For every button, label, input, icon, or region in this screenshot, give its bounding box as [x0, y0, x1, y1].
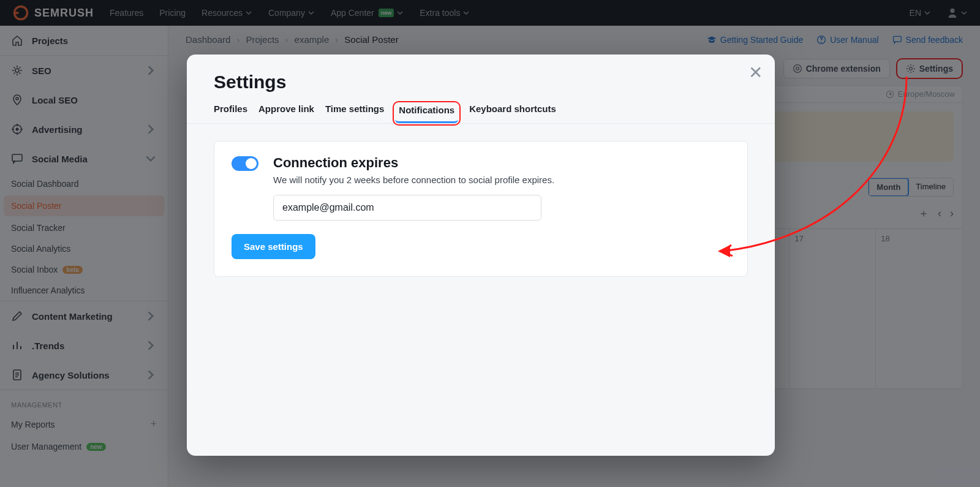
- tab-keyboard-shortcuts[interactable]: Keyboard shortcuts: [469, 104, 556, 123]
- tab-profiles[interactable]: Profiles: [214, 104, 247, 123]
- notif-heading: Connection expires: [273, 155, 730, 171]
- connection-expires-toggle[interactable]: [232, 156, 258, 171]
- save-settings-button[interactable]: Save settings: [232, 234, 315, 259]
- tab-time-settings[interactable]: Time settings: [325, 104, 384, 123]
- tab-approve-link[interactable]: Approve link: [258, 104, 314, 123]
- tab-notifications[interactable]: Notifications: [395, 104, 458, 123]
- modal-title: Settings: [214, 72, 775, 92]
- close-icon[interactable]: ✕: [748, 64, 763, 81]
- settings-modal: ✕ Settings Profiles Approve link Time se…: [187, 55, 775, 456]
- modal-tabs: Profiles Approve link Time settings Noti…: [187, 104, 775, 124]
- notif-desc: We will notify you 2 weeks before connec…: [273, 175, 730, 185]
- notif-email-input[interactable]: [273, 195, 541, 221]
- notifications-panel: Connection expires We will notify you 2 …: [214, 141, 748, 277]
